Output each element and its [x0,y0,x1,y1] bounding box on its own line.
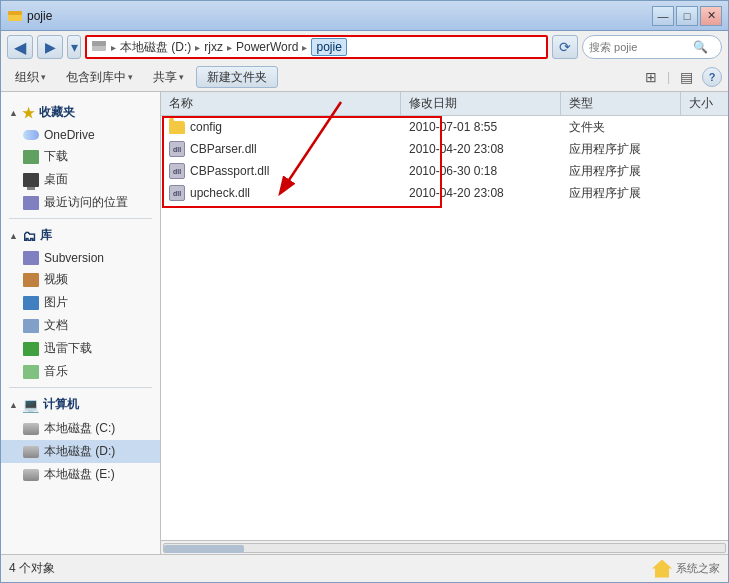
window-title: pojie [27,9,52,23]
status-logo: 系统之家 [652,560,720,578]
sidebar-item-downloads[interactable]: 下载 [1,145,160,168]
search-box: 🔍 [582,35,722,59]
sidebar-item-thunder[interactable]: 迅雷下载 [1,337,160,360]
downloads-icon [23,150,39,164]
table-row[interactable]: dll upcheck.dll 2010-04-20 23:08 应用程序扩展 [161,182,728,204]
music-label: 音乐 [44,363,68,380]
path-segment-home[interactable] [91,40,107,55]
share-button[interactable]: 共享 ▾ [145,66,192,88]
search-icon[interactable]: 🔍 [693,40,708,54]
file-date-2: 2010-06-30 0:18 [401,164,561,178]
new-folder-button[interactable]: 新建文件夹 [196,66,278,88]
horizontal-scrollbar[interactable] [161,540,728,554]
close-button[interactable]: ✕ [700,6,722,26]
desktop-icon [23,173,39,187]
computer-expand-icon: ▲ [9,400,18,410]
library-expand-icon: ▲ [9,231,18,241]
view-toggle-button[interactable]: ⊞ [639,66,663,88]
col-name[interactable]: 名称 [161,92,401,115]
sidebar-header-computer[interactable]: ▲ 💻 计算机 [1,392,160,417]
onedrive-label: OneDrive [44,128,95,142]
view-list-button[interactable]: ▤ [674,66,698,88]
dll-icon-1: dll [169,141,185,157]
col-size[interactable]: 大小 [681,92,728,115]
path-2-label[interactable]: PowerWord [236,40,298,54]
library-label: 库 [40,227,52,244]
view-divider: | [667,70,670,84]
sidebar: ▲ ★ 收藏夹 OneDrive 下载 桌面 最 [1,92,161,554]
back-button[interactable]: ◀ [7,35,33,59]
include-library-button[interactable]: 包含到库中 ▾ [58,66,141,88]
path-active-label[interactable]: pojie [311,38,346,56]
sidebar-divider-1 [9,218,152,219]
table-row[interactable]: dll CBPassport.dll 2010-06-30 0:18 应用程序扩… [161,160,728,182]
sidebar-item-disk-e[interactable]: 本地磁盘 (E:) [1,463,160,486]
favorites-star-icon: ★ [22,105,35,121]
sidebar-item-recent[interactable]: 最近访问的位置 [1,191,160,214]
file-date-0: 2010-07-01 8:55 [401,120,561,134]
sidebar-item-videos[interactable]: 视频 [1,268,160,291]
h-scroll-track [163,543,726,553]
downloads-label: 下载 [44,148,68,165]
col-date[interactable]: 修改日期 [401,92,561,115]
file-type-1: 应用程序扩展 [561,141,681,158]
search-input[interactable] [589,41,689,53]
help-button[interactable]: ? [702,67,722,87]
disk-e-icon [23,469,39,481]
maximize-button[interactable]: □ [676,6,698,26]
file-name-0: config [190,120,222,134]
sidebar-item-disk-d[interactable]: 本地磁盘 (D:) [1,440,160,463]
second-toolbar: 组织 ▾ 包含到库中 ▾ 共享 ▾ 新建文件夹 ⊞ | ▤ ? [1,63,728,91]
file-name-cell-1: dll CBParser.dll [161,141,401,157]
organize-button[interactable]: 组织 ▾ [7,66,54,88]
sidebar-item-music[interactable]: 音乐 [1,360,160,383]
sidebar-header-favorites[interactable]: ▲ ★ 收藏夹 [1,100,160,125]
svg-rect-3 [92,41,106,46]
file-name-cell-2: dll CBPassport.dll [161,163,401,179]
sidebar-item-photos[interactable]: 图片 [1,291,160,314]
path-home-label[interactable]: 本地磁盘 (D:) [120,39,191,56]
file-date-3: 2010-04-20 23:08 [401,186,561,200]
forward-button[interactable]: ▶ [37,35,63,59]
file-type-2: 应用程序扩展 [561,163,681,180]
history-dropdown-button[interactable]: ▾ [67,35,81,59]
recent-icon [23,196,39,210]
computer-label: 计算机 [43,396,79,413]
refresh-button[interactable]: ⟳ [552,35,578,59]
file-date-1: 2010-04-20 23:08 [401,142,561,156]
sidebar-item-onedrive[interactable]: OneDrive [1,125,160,145]
sidebar-item-disk-c[interactable]: 本地磁盘 (C:) [1,417,160,440]
window-icon [7,8,23,24]
status-count: 4 个对象 [9,560,55,577]
file-name-cell-3: dll upcheck.dll [161,185,401,201]
library-icon-header: 🗂 [22,228,36,244]
disk-d-label: 本地磁盘 (D:) [44,443,115,460]
table-row[interactable]: config 2010-07-01 8:55 文件夹 [161,116,728,138]
folder-icon-0 [169,121,185,134]
music-icon [23,365,39,379]
recent-label: 最近访问的位置 [44,194,128,211]
sidebar-section-library: ▲ 🗂 库 Subversion 视频 图片 [1,223,160,383]
path-arrow-2: ▸ [195,42,200,53]
favorites-label: 收藏夹 [39,104,75,121]
address-path[interactable]: ▸ 本地磁盘 (D:) ▸ rjxz ▸ PowerWord ▸ pojie [85,35,548,59]
sidebar-section-computer: ▲ 💻 计算机 本地磁盘 (C:) 本地磁盘 (D:) 本地磁盘 (E:) [1,392,160,486]
file-name-cell-0: config [161,120,401,134]
col-type[interactable]: 类型 [561,92,681,115]
thunder-icon [23,342,39,356]
content-wrapper: ▲ ★ 收藏夹 OneDrive 下载 桌面 最 [1,92,728,554]
file-name-3: upcheck.dll [190,186,250,200]
sidebar-item-desktop[interactable]: 桌面 [1,168,160,191]
docs-label: 文档 [44,317,68,334]
table-row[interactable]: dll CBParser.dll 2010-04-20 23:08 应用程序扩展 [161,138,728,160]
sidebar-item-docs[interactable]: 文档 [1,314,160,337]
minimize-button[interactable]: — [652,6,674,26]
file-type-0: 文件夹 [561,119,681,136]
sidebar-item-subversion[interactable]: Subversion [1,248,160,268]
onedrive-icon [23,130,39,140]
sidebar-divider-2 [9,387,152,388]
sidebar-header-library[interactable]: ▲ 🗂 库 [1,223,160,248]
h-scroll-thumb[interactable] [164,545,244,553]
path-1-label[interactable]: rjxz [204,40,223,54]
dll-icon-2: dll [169,163,185,179]
